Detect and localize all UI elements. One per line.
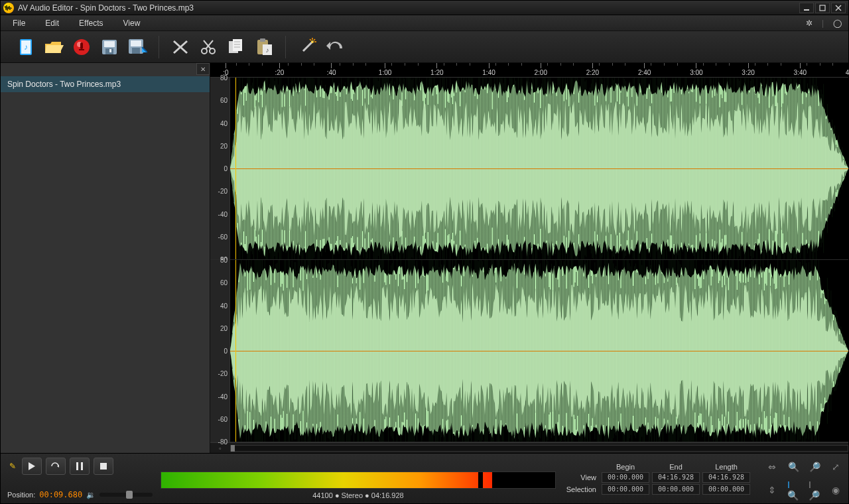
volume-slider[interactable] [99, 493, 153, 497]
menu-file[interactable]: File [13, 19, 25, 28]
view-length[interactable]: 04:16.928 [702, 472, 750, 483]
amplitude-scale: 806040200-20-40-60-80 [210, 78, 230, 259]
cut-button[interactable] [170, 36, 191, 58]
selection-begin[interactable]: 00:00.000 [602, 484, 649, 495]
menu-effects[interactable]: Effects [79, 19, 103, 28]
level-meter [161, 472, 556, 489]
amplitude-scale: 806040200-20-40-60-80 [210, 260, 230, 442]
scissors-button[interactable] [198, 36, 219, 58]
settings-icon[interactable]: ✲ [806, 19, 813, 28]
menu-edit[interactable]: Edit [45, 19, 59, 28]
svg-rect-16 [131, 40, 141, 46]
svg-point-34 [311, 40, 314, 43]
loop-button[interactable] [46, 458, 66, 475]
minimize-button[interactable] [799, 3, 814, 13]
time-ruler[interactable]: :0:20:401:001:201:402:002:202:403:003:20… [210, 63, 848, 78]
undo-button[interactable] [324, 36, 346, 58]
svg-rect-1 [820, 5, 825, 11]
speaker-icon[interactable]: 🔉 [86, 491, 96, 499]
close-button[interactable] [831, 3, 846, 13]
zoom-in-h-button[interactable]: 🔍 [787, 461, 799, 473]
position-label: Position: [7, 491, 35, 499]
refresh-icon[interactable]: ◯ [833, 19, 842, 28]
view-begin[interactable]: 00:00.000 [602, 472, 649, 483]
svg-rect-30 [260, 38, 265, 42]
file-list-item[interactable]: Spin Doctors - Two Princes.mp3 [1, 76, 210, 92]
svg-rect-0 [804, 9, 809, 11]
maximize-button[interactable] [815, 3, 830, 13]
svg-rect-41 [76, 462, 78, 470]
save-as-button[interactable] [127, 36, 148, 58]
meter-info: 44100 ● Stereo ● 04:16.928 [161, 491, 556, 499]
menu-view[interactable]: View [123, 19, 141, 28]
col-length: Length [702, 463, 750, 471]
new-file-button[interactable]: ♪ [15, 36, 36, 58]
zoom-fit-v-button[interactable]: ⇕ [766, 484, 778, 496]
separator-icon: | [822, 19, 824, 28]
waveform-canvas[interactable] [230, 78, 848, 259]
svg-rect-10 [79, 49, 84, 50]
transport-bar: ✎ Position: 00:09.680 🔉 44100 ● S [1, 453, 848, 503]
main-toolbar: ♪ [1, 31, 848, 63]
svg-marker-39 [29, 462, 35, 470]
overview-scrollbar[interactable]: ◦ [210, 442, 848, 453]
paste-button[interactable]: ♪ [253, 36, 275, 58]
stop-button[interactable] [94, 458, 113, 475]
sidebar-close-tab[interactable]: ✕ [196, 63, 210, 75]
channel-mode: Stereo [342, 491, 363, 499]
overview-track[interactable] [230, 445, 848, 452]
copy-button[interactable] [226, 36, 247, 58]
svg-rect-14 [109, 49, 111, 52]
record-button[interactable] [71, 36, 92, 58]
level-meter-fill [161, 472, 492, 488]
svg-line-36 [314, 39, 315, 40]
open-file-button[interactable] [43, 36, 64, 58]
zero-line [230, 351, 848, 351]
svg-rect-9 [80, 42, 83, 49]
position-value: 00:09.680 [39, 490, 82, 499]
playhead-cursor[interactable] [235, 260, 236, 442]
row-view-label: View [566, 472, 599, 483]
edit-marker-icon[interactable]: ✎ [7, 461, 18, 472]
toolbar-divider [159, 36, 159, 58]
sample-rate: 44100 [312, 491, 333, 499]
zoom-reset-button[interactable]: ◉ [830, 484, 842, 496]
zoom-out-h-button[interactable]: 🔎 [809, 461, 820, 473]
svg-text:♪: ♪ [266, 46, 269, 54]
zoom-selection-button[interactable]: ⤢ [830, 461, 842, 473]
selection-length[interactable]: 00:00.000 [702, 484, 750, 495]
waveform-channels: 806040200-20-40-60-80 806040200-20-40-60… [210, 78, 848, 442]
svg-line-33 [303, 42, 312, 51]
svg-rect-42 [81, 462, 83, 470]
volume-thumb[interactable] [126, 491, 133, 499]
app-logo-icon [3, 3, 14, 13]
row-selection-label: Selection [566, 484, 599, 495]
svg-line-38 [310, 39, 311, 40]
view-end[interactable]: 04:16.928 [652, 472, 700, 483]
app-window: AV Audio Editor - Spin Doctors - Two Pri… [0, 0, 849, 504]
col-begin: Begin [602, 463, 649, 471]
menu-bar: File Edit Effects View ✲ | ◯ [1, 15, 848, 31]
waveform-channel-left[interactable]: 806040200-20-40-60-80 [210, 78, 848, 260]
effects-wand-button[interactable] [296, 36, 318, 58]
svg-rect-25 [233, 39, 242, 51]
pause-button[interactable] [70, 458, 90, 475]
col-end: End [652, 463, 700, 471]
zoom-fit-h-button[interactable]: ⇔ [766, 461, 778, 473]
file-sidebar: ✕ Spin Doctors - Two Princes.mp3 [1, 63, 210, 453]
zoom-in-v-button[interactable]: I🔍 [787, 484, 799, 496]
overview-handle[interactable] [231, 445, 235, 452]
zero-line [230, 168, 848, 169]
waveform-channel-right[interactable]: 806040200-20-40-60-80 [210, 260, 848, 442]
zoom-out-v-button[interactable]: I🔎 [809, 484, 820, 496]
playhead-cursor[interactable] [235, 78, 236, 259]
waveform-area: :0:20:401:001:201:402:002:202:403:003:20… [210, 63, 848, 453]
save-button[interactable] [99, 36, 120, 58]
selection-end[interactable]: 00:00.000 [652, 484, 700, 495]
play-button[interactable] [22, 458, 42, 475]
svg-rect-43 [100, 463, 107, 470]
file-list: Spin Doctors - Two Princes.mp3 [1, 76, 210, 453]
waveform-canvas[interactable] [230, 260, 848, 442]
svg-text:♪: ♪ [24, 42, 28, 52]
svg-rect-12 [104, 41, 115, 47]
